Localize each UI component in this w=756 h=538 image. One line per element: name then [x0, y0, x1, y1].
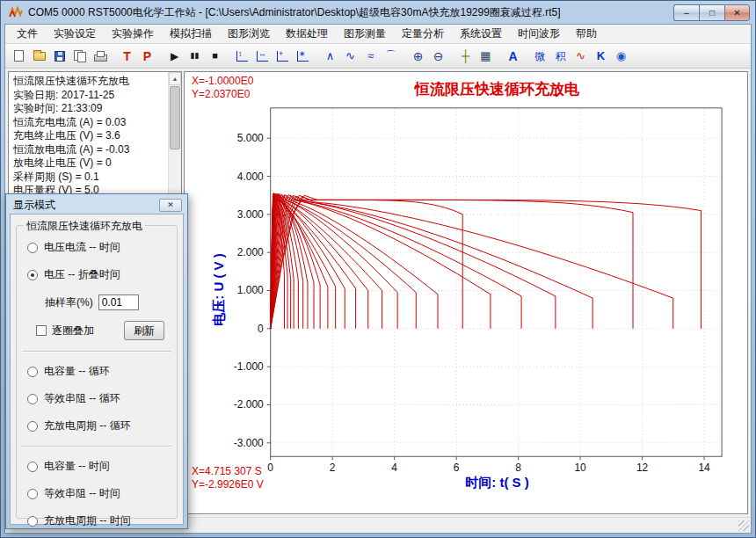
run-button[interactable]: ▶ — [164, 47, 185, 66]
minimize-icon: – — [684, 8, 689, 18]
overlay-checkbox[interactable] — [36, 325, 47, 336]
print-button[interactable] — [90, 47, 110, 66]
new-file-icon — [14, 50, 24, 62]
radio-label: 电容量 -- 循环 — [44, 364, 110, 379]
radio-capacity-cycle[interactable]: 电容量 -- 循环 — [27, 364, 168, 379]
radio-capacity-time[interactable]: 电容量 -- 时间 — [27, 459, 168, 474]
window-title: COM5 0000 RST5000电化学工作站 - [C:\Users\Admi… — [28, 5, 668, 20]
annotate-button[interactable]: A — [503, 47, 523, 66]
cursor-readout-top: X=-1.0000E0 Y=2.0370E0 — [192, 75, 253, 101]
zoom-out-button[interactable]: ⊖ — [428, 47, 448, 66]
axis-x-scale-icon: ↔ — [257, 51, 268, 62]
svg-text:4: 4 — [391, 462, 397, 474]
time-wave-button[interactable]: ∿ — [571, 47, 591, 66]
zoom-out-icon: ⊖ — [433, 50, 444, 62]
close-button[interactable]: ✕ — [724, 4, 750, 21]
minimize-button[interactable]: – — [673, 4, 699, 21]
peak-shape-button[interactable]: ∧ — [320, 47, 340, 66]
toolbar: TP▶▮▮■↕↔+∗∧∿≈⌒⊕⊖┼▦A微积∿K◉ — [5, 44, 751, 69]
refresh-button[interactable]: 刷新 — [124, 321, 164, 340]
display-mode-dialog: 显示模式 ✕ 恒流限压快速循环充放电 电压电流 -- 时间 电压 -- 折叠时间… — [5, 193, 188, 529]
maximize-icon: □ — [709, 8, 715, 18]
derivative-button[interactable]: 微 — [530, 47, 550, 66]
titlebar[interactable]: COM5 0000 RST5000电化学工作站 - [C:\Users\Admi… — [1, 1, 755, 24]
menu-item-10[interactable]: 帮助 — [568, 24, 605, 44]
axis-y-scale-button[interactable]: + — [273, 47, 293, 66]
dialog-body: 恒流限压快速循环充放电 电压电流 -- 时间 电压 -- 折叠时间 抽样率(%)… — [10, 214, 184, 525]
menu-item-6[interactable]: 图形测量 — [336, 24, 394, 44]
open-file-button[interactable] — [29, 47, 49, 66]
save-icon — [55, 51, 65, 62]
system-icon: ◉ — [616, 50, 626, 62]
pause-button[interactable]: ▮▮ — [185, 47, 205, 66]
stop-button[interactable]: ■ — [205, 47, 225, 66]
stop-icon: ■ — [212, 51, 218, 61]
radio-period-time[interactable]: 充放电周期 -- 时间 — [27, 513, 168, 528]
axis-auto-scale-button[interactable]: ↕ — [232, 47, 252, 66]
system-button[interactable]: ◉ — [611, 47, 631, 66]
radio-esr-cycle[interactable]: 等效串阻 -- 循环 — [27, 391, 168, 406]
separator — [22, 351, 171, 353]
menu-item-7[interactable]: 定量分析 — [394, 24, 452, 44]
derivative-icon: 微 — [535, 51, 546, 62]
svg-text:-3.000: -3.000 — [234, 437, 264, 449]
chart-title: 恒流限压快速循环充放电 — [271, 79, 723, 99]
menu-item-8[interactable]: 系统设置 — [452, 24, 510, 44]
copy-button[interactable] — [69, 47, 90, 66]
menu-item-9[interactable]: 时间波形 — [510, 24, 568, 44]
wave-shape-button[interactable]: ∿ — [340, 47, 360, 66]
svg-text:12: 12 — [636, 462, 649, 474]
radio-icon — [27, 243, 38, 253]
new-file-button[interactable] — [9, 47, 29, 66]
radio-voltage-current-time[interactable]: 电压电流 -- 时间 — [27, 240, 168, 255]
app-icon[interactable] — [9, 5, 23, 19]
close-icon: ✕ — [167, 200, 174, 209]
axis-xy-scale-icon: ∗ — [297, 51, 309, 62]
scroll-up-icon[interactable]: ▲ — [169, 72, 181, 85]
menu-item-3[interactable]: 模拟扫描 — [162, 24, 220, 44]
open-file-icon — [33, 52, 46, 61]
menubar: 文件实验设定实验操作模拟扫描图形浏览数据处理图形测量定量分析系统设置时间波形帮助 — [5, 25, 751, 44]
annotate-icon: A — [508, 50, 517, 62]
radio-label: 电容量 -- 时间 — [44, 459, 110, 474]
chart-svg[interactable]: 5.0004.0003.0002.0001.0000-1.000-2.000-3… — [185, 72, 747, 513]
menu-item-0[interactable]: 文件 — [9, 24, 46, 44]
radio-label: 电压电流 -- 时间 — [44, 240, 120, 255]
text-tool-button[interactable]: T — [117, 47, 137, 66]
time-wave-icon: ∿ — [576, 50, 585, 62]
menu-item-5[interactable]: 数据处理 — [278, 24, 336, 44]
radio-label: 等效串阻 -- 时间 — [44, 486, 120, 501]
measure-cursor-button[interactable]: ┼ — [455, 47, 476, 66]
menu-item-4[interactable]: 图形浏览 — [220, 24, 278, 44]
p-tool-button[interactable]: P — [137, 47, 157, 66]
smooth-shape-button[interactable]: ≈ — [360, 47, 381, 66]
save-button[interactable] — [49, 47, 69, 66]
scroll-thumb[interactable] — [170, 86, 180, 149]
arc-shape-button[interactable]: ⌒ — [381, 47, 401, 66]
cursor-readout-bottom: X=4.715 307 S Y=-2.9926E0 V — [192, 465, 264, 491]
constant-k-icon: K — [597, 50, 605, 62]
radio-esr-time[interactable]: 等效串阻 -- 时间 — [27, 486, 168, 501]
radio-period-cycle[interactable]: 充放电周期 -- 循环 — [27, 418, 168, 433]
axis-xy-scale-button[interactable]: ∗ — [293, 47, 313, 66]
info-line: 实验时间: 21:33:09 — [13, 102, 165, 116]
maximize-button[interactable]: □ — [699, 4, 724, 21]
constant-k-button[interactable]: K — [591, 47, 611, 66]
menu-item-2[interactable]: 实验操作 — [104, 24, 162, 44]
resize-grip-icon[interactable] — [738, 520, 749, 531]
dialog-close-button[interactable]: ✕ — [159, 199, 182, 212]
radio-voltage-folded-time[interactable]: 电压 -- 折叠时间 — [27, 267, 168, 282]
axis-x-scale-button[interactable]: ↔ — [252, 47, 273, 66]
svg-text:4.000: 4.000 — [237, 171, 264, 183]
integral-button[interactable]: 积 — [550, 47, 571, 66]
zoom-in-button[interactable]: ⊕ — [408, 47, 428, 66]
svg-text:3.000: 3.000 — [237, 208, 264, 221]
info-line: 放电终止电压 (V) = 0 — [13, 156, 165, 171]
data-table-button[interactable]: ▦ — [476, 47, 496, 66]
radio-icon — [27, 489, 38, 499]
info-line: 充电终止电压 (V) = 3.6 — [13, 129, 165, 143]
dialog-titlebar[interactable]: 显示模式 ✕ — [10, 196, 184, 214]
group-title: 恒流限压快速循环充放电 — [24, 219, 145, 234]
menu-item-1[interactable]: 实验设定 — [46, 24, 104, 44]
sampling-rate-input[interactable] — [98, 294, 139, 310]
